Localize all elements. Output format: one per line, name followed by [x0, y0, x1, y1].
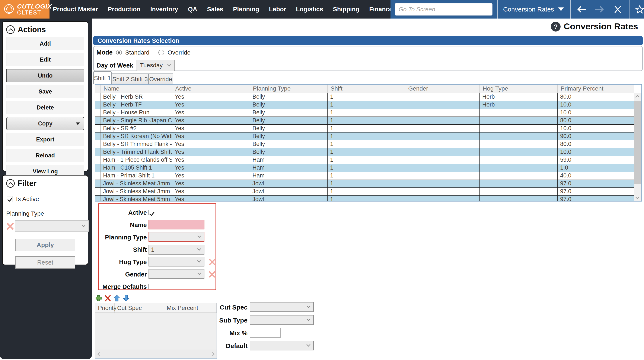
scroll-up-icon[interactable]: [635, 95, 640, 99]
close-icon[interactable]: [609, 0, 626, 18]
cell-primary_percent: 97.0: [558, 180, 634, 187]
add-button[interactable]: Add: [6, 37, 84, 50]
cell-planning_type: Belly: [250, 148, 328, 156]
delete-button[interactable]: Delete: [6, 101, 84, 114]
column-header-primary_percent[interactable]: Primary Percent: [558, 85, 634, 93]
scroll-left-icon[interactable]: [97, 352, 101, 356]
table-row[interactable]: Jowl - Skinless Meat 3mm Max ShYesJowl19…: [96, 180, 634, 188]
table-row[interactable]: Belly - SR Korean (No Width, All BYesBel…: [96, 133, 634, 140]
cell-shift: 1: [328, 195, 405, 201]
menu-item-labor[interactable]: Labor: [269, 6, 286, 13]
table-row[interactable]: Ham - 1 Piece Glands off Shift 1YesHam15…: [96, 156, 634, 164]
screen-selector-dropdown[interactable]: Conversion Rates: [502, 0, 566, 18]
tab-override[interactable]: Override: [148, 73, 173, 84]
active-checkbox[interactable]: [148, 210, 149, 215]
shift-select[interactable]: 1: [148, 245, 204, 255]
mode-standard-radio[interactable]: [116, 50, 122, 55]
tab-shift-3[interactable]: Shift 3: [130, 73, 149, 84]
table-row[interactable]: Belly - SR Trimmed Flank - JapanYesBelly…: [96, 140, 634, 148]
scroll-right-icon[interactable]: [210, 352, 214, 356]
table-row[interactable]: Belly - SR #2YesBelly110.0: [96, 125, 634, 133]
menu-item-finance[interactable]: Finance: [369, 6, 393, 13]
reset-button[interactable]: Reset: [15, 256, 75, 269]
scrollbar-thumb[interactable]: [634, 101, 641, 184]
clear-hog-type-icon[interactable]: [208, 258, 216, 266]
tab-shift-2[interactable]: Shift 2: [111, 73, 130, 84]
is-active-checkbox[interactable]: [6, 196, 13, 202]
apply-button[interactable]: Apply: [15, 239, 75, 251]
save-button[interactable]: Save: [6, 85, 84, 98]
clear-filter-icon[interactable]: [6, 222, 14, 230]
table-row[interactable]: Belly - Herb TFYesBelly1Herb10.0: [96, 101, 634, 109]
planning-type-select[interactable]: [148, 232, 204, 242]
menu-item-qa[interactable]: QA: [188, 6, 198, 13]
mix-percent-input[interactable]: [250, 328, 281, 338]
table-row[interactable]: Ham - C105 Shift 1YesHam11.0: [96, 164, 634, 172]
priority-column-header-priority[interactable]: Priority: [96, 303, 114, 313]
menu-item-product-master[interactable]: Product Master: [53, 6, 98, 13]
sub-type-select[interactable]: [250, 315, 314, 325]
filter-planning-type-select[interactable]: [15, 220, 89, 232]
menu-item-sales[interactable]: Sales: [207, 6, 223, 13]
table-row[interactable]: Belly - Trimmed Flank Shift 1YesBelly110…: [96, 148, 634, 156]
hog-type-select[interactable]: [148, 257, 204, 266]
menu-item-inventory[interactable]: Inventory: [150, 6, 178, 13]
day-of-week-select[interactable]: Tuesday: [136, 60, 174, 71]
column-header-hog_type[interactable]: Hog Type: [480, 85, 558, 93]
back-icon[interactable]: [573, 0, 590, 18]
help-icon[interactable]: ?: [551, 22, 560, 31]
tab-shift-1[interactable]: Shift 1: [93, 71, 112, 84]
name-input[interactable]: [148, 220, 204, 229]
table-row[interactable]: Jowl - Skinless Meat 3mm Sized SYesJowl1…: [96, 188, 634, 195]
cell-name: Ham - C105 Shift 1: [100, 164, 172, 172]
hog-type-label: Hog Type: [98, 259, 147, 266]
cell-planning_type: Jowl: [250, 180, 328, 187]
copy-button[interactable]: Copy: [6, 117, 84, 130]
grid-vertical-scrollbar[interactable]: [634, 93, 642, 201]
menu-item-shipping[interactable]: Shipping: [333, 6, 359, 13]
table-row[interactable]: Belly - House RunYesBelly110.0: [96, 109, 634, 117]
menu-item-planning[interactable]: Planning: [233, 6, 259, 13]
move-down-icon[interactable]: [122, 295, 130, 302]
add-row-icon[interactable]: [95, 295, 102, 302]
mode-label: Mode: [96, 49, 113, 56]
table-row[interactable]: Belly - Herb SRYesBelly1Herb80.0: [96, 93, 634, 101]
collapse-actions-icon[interactable]: [6, 25, 15, 34]
favorite-star-icon[interactable]: [631, 0, 644, 18]
goto-screen-input[interactable]: [395, 3, 492, 15]
cut-spec-select[interactable]: [250, 302, 314, 312]
table-row[interactable]: Ham - Primal Shift 1YesHam140.0: [96, 172, 634, 180]
forward-icon[interactable]: [591, 0, 608, 18]
column-header-planning_type[interactable]: Planning Type: [250, 85, 328, 93]
delete-row-icon[interactable]: [104, 295, 112, 302]
gender-select[interactable]: [148, 269, 204, 279]
collapse-filter-icon[interactable]: [6, 179, 15, 188]
priority-column-header-cut-spec[interactable]: Cut Spec: [114, 303, 164, 313]
column-header-name[interactable]: Name: [100, 85, 172, 93]
reload-button[interactable]: Reload: [6, 149, 84, 162]
menu-item-production[interactable]: Production: [108, 6, 140, 13]
edit-button[interactable]: Edit: [6, 53, 84, 66]
cell-name: Belly - Herb SR: [100, 93, 172, 101]
cell-active: Yes: [172, 180, 250, 187]
scroll-down-icon[interactable]: [635, 195, 640, 199]
export-button[interactable]: Export: [6, 133, 84, 146]
button-label: Copy: [38, 120, 52, 127]
table-row[interactable]: Jowl - Skinless Meat 5mm Max ShYesJowl19…: [96, 195, 634, 201]
mode-override-radio[interactable]: [158, 50, 164, 55]
cell-primary_percent: 10.0: [558, 109, 634, 117]
menu-item-logistics[interactable]: Logistics: [296, 6, 323, 13]
column-header-shift[interactable]: Shift: [328, 85, 405, 93]
move-up-icon[interactable]: [113, 295, 120, 302]
merge-defaults-checkbox[interactable]: [148, 284, 149, 289]
cell-gender: [405, 195, 480, 201]
column-header-gender[interactable]: Gender: [405, 85, 480, 93]
row-indicator: [96, 172, 100, 180]
brain-icon: [3, 3, 15, 16]
cell-hog_type: [480, 117, 558, 124]
column-header-active[interactable]: Active: [172, 85, 250, 93]
undo-button[interactable]: Undo: [6, 69, 84, 82]
default-select[interactable]: [250, 341, 314, 351]
table-row[interactable]: Belly - Single Rib -Japan Chilled SYesBe…: [96, 117, 634, 125]
clear-gender-icon[interactable]: [208, 271, 216, 278]
